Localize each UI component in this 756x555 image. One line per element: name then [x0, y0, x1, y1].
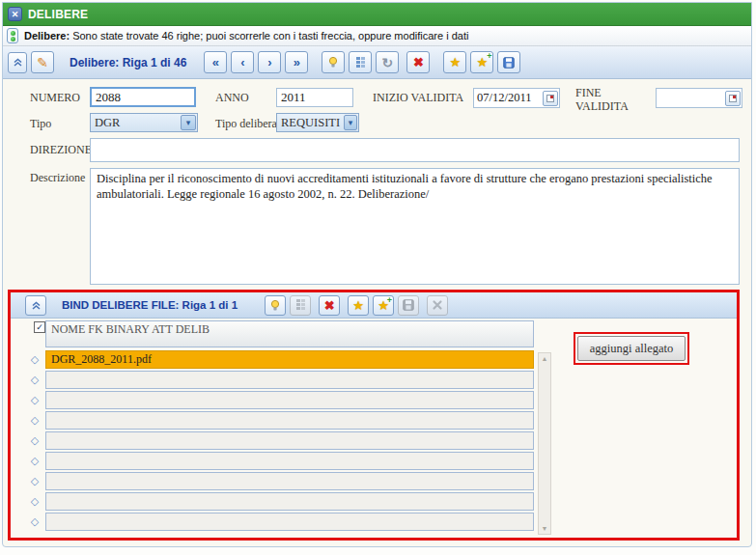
delibere-window: ✕ DELIBERE Delibere: Sono state trovate …: [2, 2, 752, 547]
edit-button[interactable]: ✎: [31, 51, 54, 73]
numero-input[interactable]: [90, 87, 196, 107]
inizio-validita-label: INIZIO VALIDITA: [373, 91, 463, 105]
save-icon: [503, 57, 515, 69]
table-scrollbar[interactable]: ▲ ▼: [538, 352, 551, 535]
diamond-icon[interactable]: ◇: [24, 495, 45, 508]
table-row[interactable]: ◇: [24, 411, 534, 430]
table-row[interactable]: ◇: [24, 513, 534, 531]
close-icon[interactable]: ✕: [8, 7, 22, 21]
scroll-down-icon[interactable]: ▼: [542, 525, 548, 532]
attachments-title: BIND DELIBERE FILE: Riga 1 di 1: [62, 299, 238, 311]
plus-icon: +: [387, 295, 392, 305]
refresh-icon: ↻: [382, 56, 394, 69]
attachments-section: BIND DELIBERE FILE: Riga 1 di 1 ✖ ★ ★ +: [8, 290, 740, 541]
diamond-icon[interactable]: ◇: [24, 374, 45, 386]
attachment-filename[interactable]: [45, 513, 534, 531]
first-icon: «: [212, 56, 219, 69]
lightbulb-icon: [269, 299, 281, 312]
nav-prev-button[interactable]: ‹: [231, 51, 254, 73]
collapse-button[interactable]: [8, 52, 27, 73]
star-icon: ★: [450, 56, 462, 69]
diamond-icon[interactable]: ◇: [24, 455, 45, 467]
refresh-button[interactable]: ↻: [376, 51, 399, 73]
calendar-icon[interactable]: [543, 91, 558, 106]
record-position-label: Delibere: Riga 1 di 46: [70, 56, 186, 69]
delete-attachment-button[interactable]: ✖: [319, 295, 340, 316]
table-row[interactable]: ◇: [24, 452, 534, 470]
table-row[interactable]: ◇: [24, 391, 534, 409]
save-button[interactable]: [497, 51, 520, 73]
inizio-validita-value: 07/12/2011: [474, 91, 543, 105]
attachment-filename[interactable]: [45, 411, 534, 430]
checkbox-icon[interactable]: ✓: [34, 321, 45, 333]
lightbulb-icon: [327, 56, 339, 69]
direzione-label: DIREZIONE: [30, 143, 92, 157]
tipo-select[interactable]: DGR ▾: [90, 113, 198, 132]
table-row[interactable]: ◇: [24, 371, 534, 389]
nav-last-button[interactable]: »: [285, 51, 308, 73]
fine-validita-field[interactable]: [656, 88, 742, 108]
diamond-icon[interactable]: ◇: [24, 414, 45, 427]
window-title: DELIBERE: [28, 8, 88, 21]
tipo-label: Tipo: [30, 117, 51, 131]
next-icon: ›: [267, 56, 271, 69]
table-row[interactable]: ◇ DGR_2088_2011.pdf: [24, 350, 534, 369]
delete-icon: ✖: [413, 56, 424, 69]
message-body: Sono state trovate 46 righe; puoi scorre…: [72, 30, 468, 42]
table-row[interactable]: ◇: [24, 431, 534, 450]
table-row[interactable]: ◇: [24, 472, 534, 490]
main-toolbar: ✎ Delibere: Riga 1 di 46 « ‹ › » ↻ ✖ ★ ★…: [3, 46, 751, 79]
direzione-input[interactable]: [90, 138, 740, 162]
favorite-add-button[interactable]: ★ +: [470, 51, 493, 73]
dropdown-icon[interactable]: ▾: [344, 115, 357, 130]
scroll-up-icon[interactable]: ▲: [542, 355, 548, 362]
descrizione-label: Descrizione: [30, 171, 85, 185]
message-prefix: Delibere:: [24, 30, 70, 42]
export-button: [427, 295, 448, 316]
save-button: [398, 295, 419, 316]
nav-first-button[interactable]: «: [204, 51, 227, 73]
grid-icon: [356, 57, 365, 69]
descrizione-textarea[interactable]: Disciplina per il riconoscimento di nuov…: [90, 168, 740, 285]
tipo-delibera-select[interactable]: REQUISITI ▾: [276, 113, 359, 132]
add-attachment-button[interactable]: aggiungi allegato: [577, 336, 686, 361]
favorite-button[interactable]: ★: [443, 51, 466, 73]
diamond-icon[interactable]: ◇: [24, 353, 45, 366]
diamond-icon[interactable]: ◇: [24, 475, 45, 487]
attachment-filename[interactable]: [45, 472, 534, 490]
diamond-icon[interactable]: ◇: [24, 394, 45, 406]
search-button[interactable]: [265, 295, 286, 316]
attachment-filename[interactable]: DGR_2088_2011.pdf: [45, 350, 534, 369]
prev-icon: ‹: [240, 56, 244, 69]
delete-record-button[interactable]: ✖: [406, 51, 430, 73]
dropdown-icon[interactable]: ▾: [181, 115, 196, 130]
list-view-button[interactable]: [349, 51, 372, 73]
window-titlebar: ✕ DELIBERE: [3, 3, 751, 26]
message-text: Delibere: Sono state trovate 46 righe; p…: [24, 30, 468, 42]
table-row[interactable]: ◇: [24, 492, 534, 511]
anno-input[interactable]: [276, 88, 353, 107]
nav-next-button[interactable]: ›: [258, 51, 281, 73]
favorite-add-button[interactable]: ★ +: [373, 295, 394, 316]
attachments-toolbar: BIND DELIBERE FILE: Riga 1 di 1 ✖ ★ ★ +: [11, 292, 737, 319]
diamond-icon[interactable]: ◇: [24, 434, 45, 447]
attachment-filename[interactable]: [45, 371, 534, 389]
last-icon: »: [294, 56, 300, 69]
attachment-filename[interactable]: [45, 452, 534, 470]
attachment-filename[interactable]: [45, 492, 534, 511]
collapse-icon: [31, 300, 42, 311]
attachment-filename[interactable]: [45, 431, 534, 450]
favorite-button[interactable]: ★: [348, 295, 369, 316]
calendar-icon[interactable]: [725, 91, 741, 106]
numero-label: NUMERO: [30, 91, 80, 105]
list-view-button: [290, 295, 311, 316]
diamond-icon[interactable]: ◇: [24, 515, 45, 528]
search-button[interactable]: [322, 51, 345, 73]
anno-label: ANNO: [215, 91, 249, 105]
delete-icon: ✖: [324, 299, 335, 312]
attachments-column-header[interactable]: NOME FK BINARY ATT DELIB: [45, 320, 534, 347]
collapse-icon: [13, 57, 23, 68]
attachment-filename[interactable]: [45, 391, 534, 409]
inizio-validita-field[interactable]: 07/12/2011: [473, 88, 560, 108]
collapse-button[interactable]: [25, 295, 46, 316]
